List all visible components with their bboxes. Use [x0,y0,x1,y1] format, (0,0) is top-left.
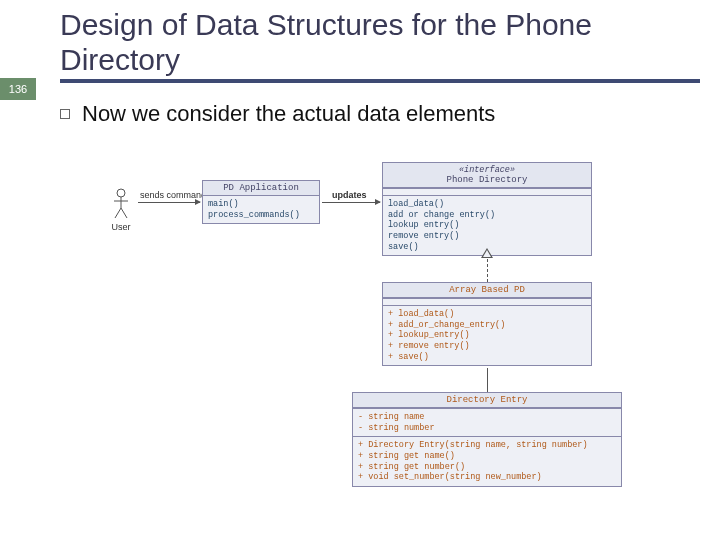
attr: - string number [358,423,616,434]
empty-compartment [383,298,591,305]
class-name: PD Application [203,181,319,196]
op: + string get name() [358,451,616,462]
interface-name: Phone Directory [446,175,527,185]
op: remove entry() [388,231,586,242]
svg-line-3 [115,208,121,218]
op: + string get number() [358,462,616,473]
op: + lookup_entry() [388,330,586,341]
svg-point-0 [117,189,125,197]
actor-label: User [104,222,138,232]
arrow-sends-command [138,202,200,203]
arrow-updates [322,202,380,203]
op: + add_or_change_entry() [388,320,586,331]
uml-diagram: User sends command PD Application main()… [90,152,650,522]
slide-title: Design of Data Structures for the Phone … [0,0,720,77]
class-ops: + load_data() + add_or_change_entry() + … [383,305,591,365]
op: + load_data() [388,309,586,320]
class-directory-entry: Directory Entry - string name - string n… [352,392,622,487]
class-ops: + Directory Entry(string name, string nu… [353,436,621,486]
op: add or change entry() [388,210,586,221]
class-name: «interface» Phone Directory [383,163,591,188]
bullet-text: Now we consider the actual data elements [82,101,495,127]
svg-line-4 [121,208,127,218]
class-attrs: - string name - string number [353,408,621,436]
bullet-item: Now we consider the actual data elements [0,83,720,127]
empty-compartment [383,188,591,195]
class-name: Array Based PD [383,283,591,298]
class-array-based-pd: Array Based PD + load_data() + add_or_ch… [382,282,592,366]
class-ops: load_data() add or change entry() lookup… [383,195,591,255]
association-line [487,368,488,392]
class-pd-application: PD Application main() process_commands() [202,180,320,224]
op: process_commands() [208,210,314,221]
op: main() [208,199,314,210]
op: + void set_number(string new_number) [358,472,616,483]
page-number-badge: 136 [0,78,36,100]
class-name: Directory Entry [353,393,621,408]
op: + Directory Entry(string name, string nu… [358,440,616,451]
bullet-icon [60,109,70,119]
arrow-label-2: updates [332,190,367,200]
slide: Design of Data Structures for the Phone … [0,0,720,540]
stereotype: «interface» [387,165,587,175]
class-ops: main() process_commands() [203,196,319,223]
op: + save() [388,352,586,363]
op: + remove entry() [388,341,586,352]
arrow-label-1: sends command [140,190,206,200]
op: lookup entry() [388,220,586,231]
interface-phone-directory: «interface» Phone Directory load_data() … [382,162,592,256]
person-icon [113,188,129,220]
uml-actor: User [104,188,138,232]
realization-line [487,254,488,282]
attr: - string name [358,412,616,423]
op: load_data() [388,199,586,210]
realization-arrowhead-icon [481,248,493,258]
